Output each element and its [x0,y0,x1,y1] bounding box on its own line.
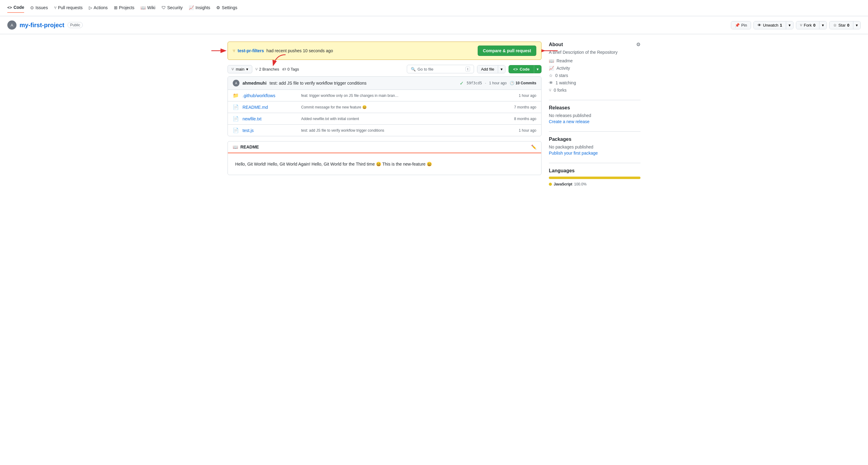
unwatch-button-group[interactable]: 👁 Unwatch 1 ▾ [753,21,794,29]
pin-button[interactable]: 📌 Pin [731,21,751,29]
projects-icon: ⊞ [114,5,118,10]
nav-issues[interactable]: ⊙ Issues [30,3,48,12]
star-count-icon: ☆ [549,73,553,78]
readme-header: 📖 README ✏️ [228,142,541,153]
commit-author-avatar: A [233,80,240,87]
settings-icon: ⚙ [216,5,220,10]
add-file-button[interactable]: Add file [477,65,498,73]
nav-settings[interactable]: ⚙ Settings [216,3,237,12]
file-commit-2: Added newfile.txt with initial content [301,117,510,121]
nav-actions[interactable]: ▷ Actions [89,3,108,12]
about-settings-button[interactable]: ⚙ [636,41,641,48]
compare-pull-request-button[interactable]: Compare & pull request [478,45,536,56]
branch-selector[interactable]: ⑂ main ▾ [227,65,252,73]
file-row-0: 📁 .github/workflows feat: trigger workfl… [228,90,541,101]
fork-button-group[interactable]: ⑂ Fork 0 ▾ [796,21,827,29]
file-name-0[interactable]: .github/workflows [243,93,298,98]
star-dropdown[interactable]: ▾ [853,21,860,29]
tags-link[interactable]: 🏷 0 Tags [282,67,299,71]
unwatch-button[interactable]: 👁 Unwatch 1 [754,21,786,29]
add-file-dropdown[interactable]: ▾ [498,65,505,73]
star-button-group[interactable]: ☆ Star 0 ▾ [829,21,861,29]
nav-security[interactable]: 🛡 Security [161,3,183,12]
releases-section: Releases No releases published Create a … [549,100,641,124]
search-file-box[interactable]: 🔍 Go to file t [407,65,474,73]
readme-link-icon: 📖 [549,58,554,63]
eye-icon: 👁 [757,23,762,28]
create-release-link[interactable]: Create a new release [549,119,589,124]
repo-name[interactable]: my-first-project [20,22,64,29]
releases-heading: Releases [549,105,641,111]
file-time-1: 7 months ago [514,105,536,110]
branches-link[interactable]: ⑂ 2 Branches [255,67,279,71]
nav-wiki[interactable]: 📖 Wiki [141,3,155,12]
about-stars: ☆ 0 stars [549,73,641,78]
no-packages-text: No packages published [549,145,641,149]
folder-icon: 📁 [233,93,239,98]
right-arrow-annotation [541,46,558,55]
fork-button[interactable]: ⑂ Fork 0 [796,21,819,29]
branch-icon: ⑂ [233,48,235,53]
file-name-3[interactable]: test.js [243,128,298,133]
file-commit-3: test: add JS file to verify workflow tri… [301,128,515,133]
about-watching: 👁 1 watching [549,80,641,85]
star-icon: ☆ [833,23,837,28]
file-commit-1: Commit message for the new feature 😀 [301,105,510,110]
code-button[interactable]: <> Code [508,65,534,73]
language-bar [549,177,641,179]
add-file-button-group[interactable]: Add file ▾ [477,65,505,73]
alert-message: had recent pushes 10 seconds ago [266,48,333,53]
commit-author[interactable]: ahmedmuhi [243,81,267,86]
readme-edit-button[interactable]: ✏️ [531,145,536,149]
file-icon-2: 📄 [233,116,239,122]
avatar: A [7,21,17,30]
branch-selector-icon: ⑂ [231,67,234,71]
file-table: A ahmedmuhi test: add JS file to verify … [227,76,541,136]
branch-toolbar: ⑂ main ▾ ⑂ 2 Branches 🏷 0 Tags 🔍 Go to f… [227,65,541,73]
code-dropdown[interactable]: ▾ [534,65,541,73]
about-readme-link[interactable]: 📖 Readme [549,58,641,63]
commit-message[interactable]: test: add JS file to verify workflow tri… [270,81,457,86]
code-chevron-icon: <> [513,67,518,71]
about-activity-link[interactable]: 📈 Activity [549,66,641,70]
repo-header: A my-first-project Public 📌 Pin 👁 Unwatc… [0,16,868,34]
publish-package-link[interactable]: Publish your first package [549,151,598,156]
languages-heading: Languages [549,168,641,174]
code-button-group[interactable]: <> Code ▾ [508,65,541,73]
top-nav: <> Code ⊙ Issues ⑂ Pull requests ▷ Actio… [0,0,868,16]
alert-branch[interactable]: test-pr-filters [238,48,264,53]
commit-check-icon: ✓ [460,80,464,86]
file-name-1[interactable]: README.md [243,105,298,110]
about-section: About ⚙ A Brief Description of the Repos… [549,41,641,93]
activity-icon: 📈 [549,66,554,70]
unwatch-dropdown[interactable]: ▾ [786,21,793,29]
left-column: ⑂ test-pr-filters had recent pushes 10 s… [227,41,541,186]
tag-icon: 🏷 [282,67,286,71]
file-time-3: 1 hour ago [519,128,536,133]
star-button[interactable]: ☆ Star 0 [830,21,853,29]
readme-content: Hello, Git World! Hello, Git World Again… [235,161,534,167]
repo-visibility-badge: Public [67,22,83,28]
nav-pull-requests[interactable]: ⑂ Pull requests [54,3,83,12]
readme-section: 📖 README ✏️ Hello, Git World! Hello, Git… [227,141,541,175]
nav-projects[interactable]: ⊞ Projects [114,3,135,12]
search-icon: 🔍 [411,67,416,71]
history-icon: 🕐 [510,81,514,85]
code-icon: <> [7,5,12,10]
commit-hash[interactable]: 59f3cd5 [467,81,482,85]
pin-button-group[interactable]: 📌 Pin [731,21,751,29]
commit-row: A ahmedmuhi test: add JS file to verify … [228,77,541,90]
insights-icon: 📈 [189,5,194,10]
readme-title: README [240,145,259,149]
commit-count-link[interactable]: 🕐 10 Commits [510,81,536,85]
about-forks: ⑂ 0 forks [549,88,641,93]
branches-icon: ⑂ [255,67,258,71]
commit-time: 1 hour ago [489,81,507,85]
nav-code[interactable]: <> Code [7,3,24,13]
file-name-2[interactable]: newfile.txt [243,116,298,121]
readme-body: Hello, Git World! Hello, Git World Again… [228,153,541,175]
nav-insights[interactable]: 📈 Insights [189,3,210,12]
fork-dropdown[interactable]: ▾ [819,21,827,29]
no-releases-text: No releases published [549,113,641,118]
file-row-2: 📄 newfile.txt Added newfile.txt with ini… [228,113,541,125]
